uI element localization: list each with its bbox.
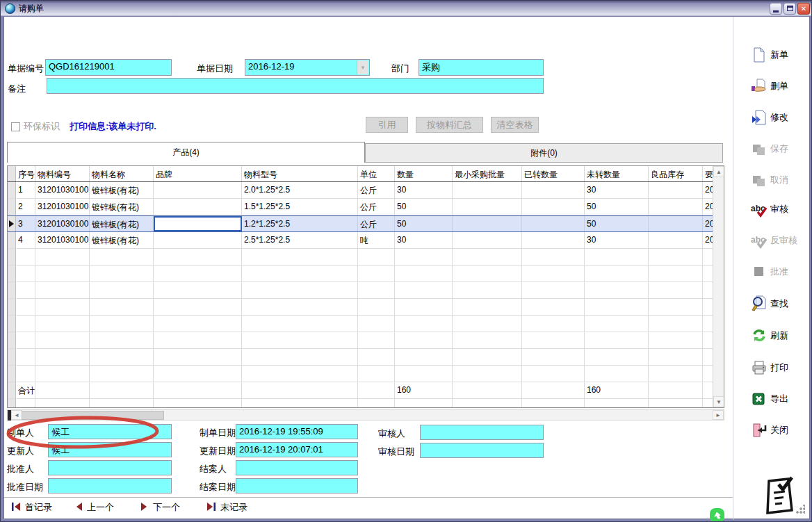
- row-selector[interactable]: [8, 332, 16, 348]
- table-cell[interactable]: [358, 399, 395, 408]
- sidebar-button-print[interactable]: 打印: [742, 359, 806, 377]
- scroll-down-icon[interactable]: ▼: [713, 396, 724, 407]
- table-cell[interactable]: [242, 316, 358, 332]
- table-cell[interactable]: [16, 316, 35, 332]
- table-cell[interactable]: [16, 282, 35, 298]
- sidebar-button-export[interactable]: 导出: [742, 390, 806, 408]
- table-cell[interactable]: [395, 282, 453, 298]
- column-header[interactable]: 物料名称: [90, 166, 154, 181]
- eco-label-checkbox[interactable]: [11, 122, 20, 131]
- table-cell[interactable]: [90, 382, 154, 398]
- table-cell[interactable]: [16, 266, 35, 282]
- row-selector[interactable]: [8, 249, 16, 265]
- table-cell[interactable]: [522, 266, 585, 282]
- table-cell[interactable]: [585, 366, 649, 382]
- table-cell[interactable]: [242, 349, 358, 365]
- table-cell[interactable]: [453, 282, 522, 298]
- table-cell[interactable]: 2.5*1.25*2.5: [242, 232, 358, 248]
- row-selector[interactable]: [8, 316, 16, 332]
- column-header[interactable]: 数量: [395, 166, 453, 181]
- row-selector[interactable]: [8, 232, 16, 248]
- table-cell[interactable]: 2.0*1.25*2.5: [242, 182, 358, 198]
- footer-field[interactable]: 候工: [48, 442, 172, 457]
- scroll-up-icon[interactable]: ▲: [713, 166, 724, 177]
- row-selector[interactable]: [8, 399, 16, 408]
- table-cell[interactable]: [522, 216, 585, 231]
- table-cell[interactable]: 公斤: [358, 182, 395, 198]
- footer-field[interactable]: [48, 460, 172, 475]
- table-cell[interactable]: [154, 182, 242, 198]
- table-cell[interactable]: 30: [395, 232, 453, 248]
- table-cell[interactable]: [522, 316, 585, 332]
- table-cell[interactable]: [649, 182, 703, 198]
- table-cell[interactable]: [16, 332, 35, 348]
- table-cell[interactable]: [16, 399, 35, 408]
- table-cell[interactable]: [154, 299, 242, 315]
- footer-field[interactable]: [236, 460, 358, 475]
- table-cell[interactable]: [522, 366, 585, 382]
- table-cell[interactable]: [522, 182, 585, 198]
- table-cell[interactable]: [649, 232, 703, 248]
- table-cell[interactable]: [453, 399, 522, 408]
- table-cell[interactable]: [395, 266, 453, 282]
- table-row[interactable]: [8, 299, 724, 316]
- table-cell[interactable]: [585, 332, 649, 348]
- table-cell[interactable]: [358, 299, 395, 315]
- column-header[interactable]: 品牌: [154, 166, 242, 181]
- table-cell[interactable]: [90, 299, 154, 315]
- row-selector[interactable]: [8, 199, 16, 215]
- table-cell[interactable]: 镀锌板(有花): [90, 199, 154, 215]
- sidebar-button-new-doc[interactable]: 新单: [742, 46, 806, 64]
- table-cell[interactable]: [242, 366, 358, 382]
- total-row[interactable]: 合计160160: [8, 382, 724, 399]
- table-cell[interactable]: [522, 249, 585, 265]
- table-cell[interactable]: [649, 249, 703, 265]
- table-row[interactable]: [8, 249, 724, 266]
- table-cell[interactable]: [649, 282, 703, 298]
- row-selector[interactable]: [8, 366, 16, 382]
- footer-field[interactable]: [420, 443, 544, 458]
- clear-table-button[interactable]: 清空表格: [491, 117, 539, 133]
- table-cell[interactable]: [453, 249, 522, 265]
- table-cell[interactable]: [16, 249, 35, 265]
- row-selector[interactable]: [8, 182, 16, 198]
- table-cell[interactable]: [453, 316, 522, 332]
- table-cell[interactable]: [35, 299, 90, 315]
- column-header[interactable]: 最小采购批量: [453, 166, 522, 181]
- table-cell[interactable]: 30: [585, 232, 649, 248]
- table-row[interactable]: [8, 266, 724, 282]
- table-cell[interactable]: [16, 349, 35, 365]
- table-cell[interactable]: [453, 232, 522, 248]
- dept-input[interactable]: 采购: [419, 59, 544, 76]
- table-row[interactable]: 131201030100镀锌板(有花)2.0*1.25*2.5公斤3030201…: [8, 182, 724, 199]
- total-qty[interactable]: 160: [395, 382, 453, 398]
- table-cell[interactable]: [154, 399, 242, 408]
- table-cell[interactable]: [649, 316, 703, 332]
- row-selector[interactable]: [8, 299, 16, 315]
- resize-grip[interactable]: [795, 505, 805, 514]
- table-cell[interactable]: 31201030100: [35, 232, 90, 248]
- table-row[interactable]: 231201030100镀锌板(有花)1.5*1.25*2.5公斤5050201…: [8, 199, 724, 215]
- nav-first-record[interactable]: 首记录: [11, 501, 52, 514]
- table-cell[interactable]: [522, 282, 585, 298]
- table-cell[interactable]: [358, 316, 395, 332]
- row-selector[interactable]: [8, 266, 16, 282]
- footer-field[interactable]: [236, 478, 358, 494]
- table-cell[interactable]: [453, 382, 522, 398]
- table-cell[interactable]: 镀锌板(有花): [90, 182, 154, 198]
- column-header[interactable]: 已转数量: [522, 166, 585, 181]
- footer-field[interactable]: 候工: [48, 424, 172, 439]
- table-cell[interactable]: [242, 249, 358, 265]
- table-cell[interactable]: 50: [395, 216, 453, 231]
- table-cell[interactable]: [90, 282, 154, 298]
- footer-field[interactable]: [420, 425, 544, 440]
- column-header[interactable]: 物料型号: [242, 166, 358, 181]
- column-header[interactable]: 序号: [16, 166, 35, 181]
- table-cell[interactable]: [154, 232, 242, 248]
- column-header[interactable]: 良品库存: [649, 166, 703, 181]
- table-cell[interactable]: [453, 332, 522, 348]
- table-cell[interactable]: [649, 382, 703, 398]
- table-cell[interactable]: [358, 249, 395, 265]
- table-cell[interactable]: [358, 382, 395, 398]
- table-cell[interactable]: [649, 366, 703, 382]
